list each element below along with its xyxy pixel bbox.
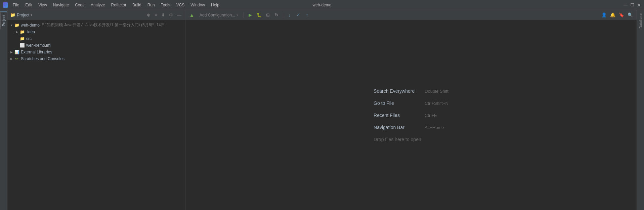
menu-view[interactable]: View [36, 2, 50, 8]
close-button[interactable]: ✕ [637, 3, 641, 7]
project-label[interactable]: 📁 Project ▾ [10, 12, 32, 17]
project-header: 📁 Project ▾ ⊕ ≡ ⇕ ⚙ — [7, 10, 185, 20]
run-button[interactable]: ▶ [247, 11, 254, 19]
go-to-file-label: Go to File [374, 100, 421, 106]
toolbar-separator-2 [283, 12, 283, 18]
tree-root-name: weh-demo [21, 23, 40, 28]
tree-row-src[interactable]: ▶ 📁 src [7, 35, 185, 42]
menu-tools[interactable]: Tools [158, 2, 173, 8]
tree-ext-lib-label: External Libraries [21, 50, 52, 54]
editor-area: ▲ Add Configuration... ▾ ▶ 🐛 ⊞ ↻ ↓ ✓ ↑ 👤… [185, 10, 637, 210]
menu-navigate[interactable]: Navigate [50, 2, 72, 8]
hint-search-everywhere: Search Everywhere Double Shift [374, 88, 448, 94]
recent-files-shortcut: Ctrl+E [425, 113, 437, 118]
add-config-dropdown-icon: ▾ [237, 13, 238, 17]
menu-edit[interactable]: Edit [23, 2, 35, 8]
app-icon [3, 2, 8, 8]
menu-window[interactable]: Window [188, 2, 208, 8]
search-everywhere-label: Search Everywhere [374, 88, 421, 94]
tree-iml-label: weh-demo.iml [26, 43, 51, 48]
folder-icon: 📁 [10, 12, 15, 17]
debug-button[interactable]: 🐛 [255, 11, 263, 19]
hint-go-to-file: Go to File Ctrl+Shift+N [374, 100, 448, 106]
hide-button[interactable]: — [176, 12, 182, 18]
tree-scratches-label: Scratches and Consoles [21, 56, 65, 61]
bookmark-button[interactable]: 🔖 [618, 11, 625, 19]
window-title: weh-demo [312, 3, 331, 7]
profile-button[interactable]: ↻ [273, 11, 280, 19]
tree-arrow-idea[interactable]: ▶ [14, 29, 19, 35]
hint-recent-files: Recent Files Ctrl+E [374, 113, 448, 118]
add-config-label: Add Configuration... [200, 13, 235, 17]
menu-code[interactable]: Code [72, 2, 87, 8]
vcs-commit-button[interactable]: ✓ [295, 11, 302, 19]
database-tab[interactable]: Database [639, 10, 643, 31]
tree-arrow-scratches[interactable]: ▶ [9, 56, 14, 61]
hint-drop-files: Drop files here to open [374, 137, 448, 142]
menu-help[interactable]: Help [208, 2, 222, 8]
project-root-icon: 📁 [14, 23, 19, 28]
toolbar-right: 👤 🔔 🔖 🔍 [600, 11, 634, 19]
ext-lib-icon: 📊 [14, 49, 19, 55]
src-folder-icon: 📁 [19, 36, 25, 41]
toolbar-separator-1 [244, 12, 244, 18]
sort-button[interactable]: ⇕ [160, 12, 166, 18]
search-toolbar-button[interactable]: 🔍 [627, 11, 634, 19]
title-bar: File Edit View Navigate Code Analyze Ref… [0, 0, 644, 10]
notifications-button[interactable]: 🔔 [609, 11, 616, 19]
settings-button[interactable]: ⚙ [168, 12, 174, 18]
coverage-button[interactable]: ⊞ [264, 11, 271, 19]
left-strip: Project [0, 10, 7, 210]
navigation-bar-shortcut: Alt+Home [425, 125, 444, 130]
project-header-icons: ⊕ ≡ ⇕ ⚙ — [146, 12, 182, 18]
run-arrow-icon: ▲ [188, 11, 196, 19]
project-panel: 📁 Project ▾ ⊕ ≡ ⇕ ⚙ — ▾ 📁 weh-demo [7, 10, 185, 210]
locate-file-button[interactable]: ⊕ [146, 12, 152, 18]
search-everywhere-shortcut: Double Shift [425, 89, 448, 94]
tree-row-scratches[interactable]: ▶ ✏ Scratches and Consoles [7, 55, 185, 62]
menu-build[interactable]: Build [130, 2, 144, 8]
tree-row-idea[interactable]: ▶ 📁 .idea [7, 29, 185, 35]
navigation-bar-label: Navigation Bar [374, 125, 421, 130]
file-tree: ▾ 📁 weh-demo E:\知识回顾-Java开发\1-Java技术开发\1… [7, 20, 185, 210]
tree-row-root[interactable]: ▾ 📁 weh-demo E:\知识回顾-Java开发\1-Java技术开发\1… [7, 22, 185, 29]
project-dropdown-icon[interactable]: ▾ [31, 13, 32, 17]
editor-content: Search Everywhere Double Shift Go to Fil… [185, 20, 637, 210]
tree-idea-label: .idea [26, 30, 35, 34]
idea-folder-icon: 📁 [19, 29, 25, 35]
restore-button[interactable]: ❐ [630, 3, 635, 7]
user-button[interactable]: 👤 [600, 11, 608, 19]
tree-src-label: src [26, 36, 32, 41]
menu-refactor[interactable]: Refactor [109, 2, 129, 8]
menu-analyze[interactable]: Analyze [88, 2, 108, 8]
iml-file-icon: ⬜ [19, 43, 25, 48]
hint-panel: Search Everywhere Double Shift Go to Fil… [374, 88, 448, 142]
scratches-icon: ✏ [14, 56, 19, 61]
project-panel-title: Project [17, 13, 29, 17]
tree-root-path: E:\知识回顾-Java开发\1-Java技术开发\1-第一部分入门\ (5月8… [42, 22, 165, 28]
right-panel: Database [637, 10, 644, 210]
main-layout: Project 📁 Project ▾ ⊕ ≡ ⇕ ⚙ — ▾ [0, 10, 644, 210]
menu-file[interactable]: File [10, 2, 22, 8]
recent-files-label: Recent Files [374, 113, 421, 118]
menu-vcs[interactable]: VCS [174, 2, 187, 8]
tree-row-ext-lib[interactable]: ▶ 📊 External Libraries [7, 49, 185, 55]
minimize-button[interactable]: — [623, 3, 628, 7]
vcs-update-button[interactable]: ↓ [286, 11, 293, 19]
tree-row-iml[interactable]: ⬜ weh-demo.iml [7, 42, 185, 49]
add-configuration-button[interactable]: Add Configuration... ▾ [197, 12, 241, 18]
vcs-push-button[interactable]: ↑ [303, 11, 311, 19]
drop-files-label: Drop files here to open [374, 137, 421, 142]
hint-navigation-bar: Navigation Bar Alt+Home [374, 125, 448, 130]
tree-arrow-ext-lib[interactable]: ▶ [9, 49, 14, 55]
collapse-all-button[interactable]: ≡ [154, 12, 158, 18]
menu-run[interactable]: Run [145, 2, 158, 8]
tree-arrow-root[interactable]: ▾ [9, 23, 14, 28]
project-tab-vertical[interactable]: Project [0, 11, 7, 29]
window-controls: — ❐ ✕ [623, 3, 641, 7]
go-to-file-shortcut: Ctrl+Shift+N [425, 101, 448, 106]
toolbar: ▲ Add Configuration... ▾ ▶ 🐛 ⊞ ↻ ↓ ✓ ↑ 👤… [185, 10, 637, 20]
